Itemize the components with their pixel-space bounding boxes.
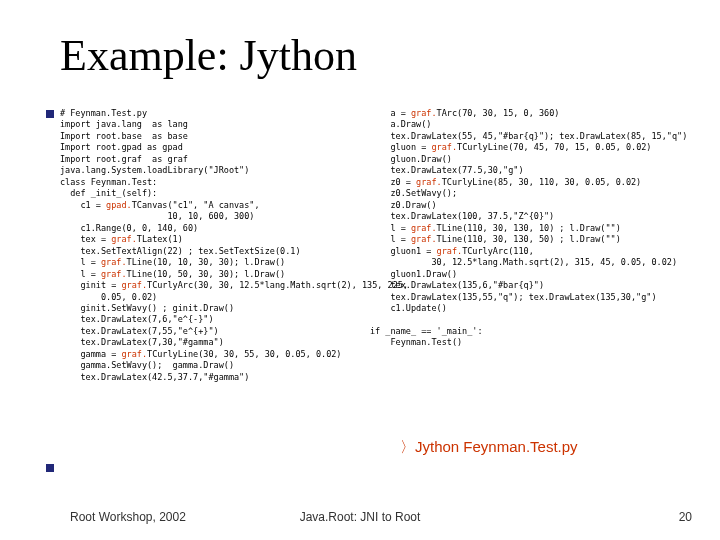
slide: Example: Jython # Feynman.Test.py import… xyxy=(0,0,720,540)
code-column-right: a = graf.TArc(70, 30, 15, 0, 360) a.Draw… xyxy=(370,108,690,349)
slide-title: Example: Jython xyxy=(60,30,357,81)
bullet-icon xyxy=(46,110,54,118)
code-column-left: # Feynman.Test.py import java.lang as la… xyxy=(60,108,360,383)
command-text: Jython Feynman.Test.py xyxy=(415,438,578,455)
footer-right: 20 xyxy=(679,510,692,524)
angle-icon: 〉 xyxy=(400,439,415,455)
footer-center: Java.Root: JNI to Root xyxy=(0,510,720,524)
bullet-icon xyxy=(46,464,54,472)
command-line: 〉Jython Feynman.Test.py xyxy=(400,438,578,457)
